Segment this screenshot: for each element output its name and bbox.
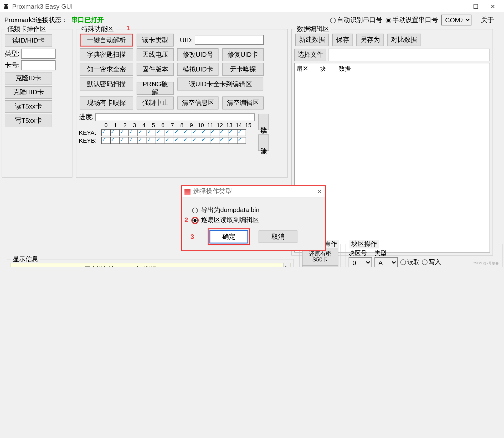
file-path-input[interactable] [328, 49, 490, 61]
new-data-button[interactable]: 新建数据 [295, 34, 329, 46]
manual-port-radio[interactable]: 手动设置串口号 [386, 16, 438, 24]
scrollbar[interactable] [283, 263, 290, 267]
type-label: 类型: [5, 50, 19, 58]
dict-scan-button[interactable]: 字典密匙扫描 [80, 48, 133, 61]
read-uid-all-button[interactable]: 读UID卡全卡到编辑区 [177, 78, 264, 90]
display-info-legend: 显示信息 [11, 255, 40, 263]
card-label: 卡号: [5, 61, 19, 69]
ok-button[interactable]: 确定 [209, 230, 248, 244]
sim-uid-button[interactable]: 模拟UID卡 [177, 63, 219, 76]
read-button[interactable]: 读取 [258, 114, 269, 130]
dialog-close-icon[interactable]: ✕ [317, 188, 322, 195]
auto-port-radio[interactable]: 自动识别串口号 [330, 16, 382, 24]
antenna-button[interactable]: 天线电压 [137, 48, 174, 61]
type-input[interactable] [21, 49, 56, 59]
clone-pwd-s50-button[interactable]: 克隆到有密S50卡 [302, 266, 338, 267]
card-input[interactable] [21, 60, 56, 70]
cancel-button[interactable]: 取消 [259, 230, 297, 243]
col-sector: 扇区 [296, 65, 318, 73]
auto-parse-button[interactable]: 一键自动解析 [80, 34, 133, 47]
block-no-label: 块区号 [349, 250, 372, 257]
nosniff-button[interactable]: 无卡嗅探 [222, 63, 263, 76]
close-button[interactable]: ✕ [484, 3, 502, 10]
keyb-label: KEYB: [79, 137, 101, 144]
write-t5xx-button[interactable]: 写T5xx卡 [5, 115, 52, 127]
watermark: CSDN @7号极客 [472, 261, 499, 266]
progress-bar [95, 113, 255, 121]
annot-1: 1 [126, 24, 130, 32]
sector-numbers: 0123456789101112131415 [101, 121, 255, 128]
clear-info-button[interactable]: 清空信息区 [177, 96, 219, 109]
progress-label: 进度: [79, 113, 94, 120]
clear-edit-button[interactable]: 清空编辑区 [222, 96, 263, 109]
block-type-label: 类型 [374, 250, 398, 257]
maximize-button[interactable]: ☐ [467, 3, 485, 10]
default-pwd-button[interactable]: 默认密码扫描 [80, 78, 133, 90]
clone-id-button[interactable]: 克隆ID卡 [5, 72, 52, 85]
window-title: Proxmark3 Easy GUI [12, 3, 450, 10]
sector-read-radio[interactable]: 逐扇区读取到编辑区 [192, 216, 259, 223]
dialog-title: 选择操作类型 [193, 187, 317, 195]
firmware-button[interactable]: 固件版本 [137, 63, 174, 76]
block-no-select[interactable]: 0 [349, 257, 372, 267]
annot-3: 3 [191, 233, 194, 240]
special-group: 特殊功能区 1 一键自动解析 读卡类型 UID: 字典密匙扫描 天线电压 修改U… [76, 29, 288, 178]
keya-checks [101, 129, 246, 136]
keyb-checks [101, 137, 246, 144]
repair-uid-button[interactable]: 修复UID卡 [222, 48, 263, 61]
title-bar: Proxmark3 Easy GUI — ☐ ✕ [0, 0, 504, 13]
compare-button[interactable]: 对比数据 [387, 34, 421, 46]
keya-label: KEYA: [79, 129, 101, 136]
display-info-group: 显示信息 2021/12/24 16:37:12 正在进行读13.56Mhz高频… [7, 259, 294, 267]
modify-uid-button[interactable]: 修改UID号 [177, 48, 219, 61]
minimize-button[interactable]: — [450, 3, 467, 10]
app-icon [3, 3, 9, 10]
read-t5xx-button[interactable]: 读T5xx卡 [5, 100, 52, 113]
col-data: 数据 [339, 65, 351, 73]
uid-input[interactable] [194, 35, 263, 45]
lowfreq-group: 低频卡操作区 读ID/HID卡 类型: 卡号: 克隆ID卡 克隆HID卡 读T5… [2, 29, 73, 178]
save-button[interactable]: 保存 [332, 34, 353, 46]
live-sniff-button[interactable]: 现场有卡嗅探 [80, 96, 133, 109]
select-op-dialog: 选择操作类型 ✕ 导出为dumpdata.bin 2 逐扇区读取到编辑区 3 确… [181, 185, 326, 251]
conn-label: Proxmark3连接状态： [4, 16, 68, 24]
lowfreq-legend: 低频卡操作区 [6, 25, 48, 33]
write-radio[interactable]: 写入 [422, 258, 441, 266]
saveas-button[interactable]: 另存为 [357, 34, 384, 46]
read-id-hid-button[interactable]: 读ID/HID卡 [5, 34, 52, 47]
export-dump-radio[interactable]: 导出为dumpdata.bin [192, 206, 259, 213]
force-stop-button[interactable]: 强制中止 [137, 96, 174, 109]
select-file-button[interactable]: 选择文件 [294, 49, 326, 61]
conn-status: 串口已打开 [71, 16, 104, 24]
port-select[interactable]: COM7 [441, 15, 471, 25]
know-all-button[interactable]: 知一密求全密 [80, 63, 133, 76]
read-radio[interactable]: 读取 [400, 258, 419, 266]
prng-button[interactable]: PRNG破解 [137, 82, 174, 95]
data-edit-legend: 数据编辑区 [295, 25, 331, 33]
special-legend: 特殊功能区 [80, 25, 115, 33]
card-type-button[interactable]: 读卡类型 [137, 34, 174, 47]
dialog-icon [184, 189, 191, 195]
annot-2: 2 [184, 216, 188, 223]
status-row: Proxmark3连接状态： 串口已打开 自动识别串口号 手动设置串口号 COM… [0, 13, 504, 27]
clone-hid-button[interactable]: 克隆HID卡 [5, 86, 52, 99]
col-block: 块 [320, 65, 337, 73]
block-type-select[interactable]: A [374, 257, 398, 267]
about-link[interactable]: 关于 [481, 16, 494, 24]
info-textarea[interactable]: 2021/12/24 16:37:12 正在进行读13.56Mhz高频NXPMI… [10, 263, 291, 267]
block-legend: 块区操作 [349, 240, 379, 248]
uid-label: UID: [180, 36, 193, 43]
clear-button[interactable]: 清除 [258, 134, 269, 151]
